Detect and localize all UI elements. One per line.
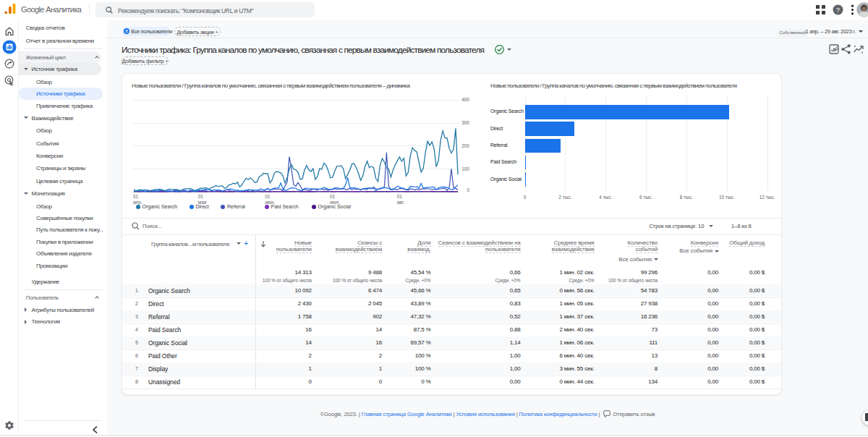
svg-text:?: ?	[836, 6, 840, 14]
